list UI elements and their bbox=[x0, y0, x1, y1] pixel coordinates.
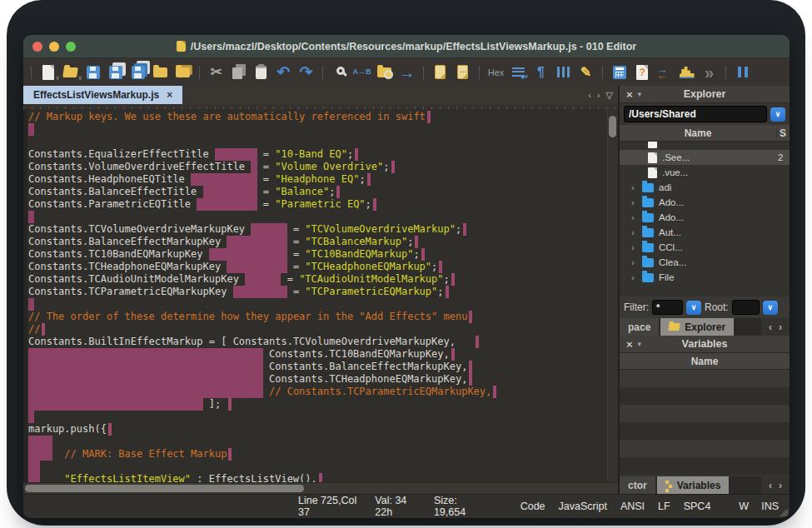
file-row[interactable] bbox=[620, 142, 790, 150]
variables-column-name[interactable]: Name bbox=[620, 356, 790, 367]
file-row-ado[interactable]: ›Ado... bbox=[620, 210, 790, 225]
file-row-ccl[interactable]: ›CCl... bbox=[620, 240, 790, 255]
horizontal-scrollbar-thumb[interactable] bbox=[25, 485, 304, 492]
column-size[interactable]: S bbox=[776, 127, 790, 139]
tab-close-icon[interactable]: × bbox=[167, 89, 172, 101]
replace-icon[interactable]: A→B bbox=[353, 62, 371, 82]
resize-grip-icon[interactable] bbox=[780, 508, 788, 516]
vertical-scrollbar[interactable] bbox=[607, 109, 618, 482]
columns-icon[interactable] bbox=[555, 62, 572, 82]
word-wrap-icon[interactable] bbox=[510, 62, 527, 82]
status-syntax[interactable]: JavaScript bbox=[559, 501, 607, 512]
find-icon[interactable] bbox=[331, 62, 348, 82]
toolbar-separator bbox=[725, 66, 726, 79]
expand-chevron-icon[interactable]: › bbox=[631, 197, 642, 207]
edit-template-icon[interactable] bbox=[431, 62, 449, 82]
goto-icon[interactable]: → bbox=[398, 62, 416, 82]
body-row: EffectsListViewsMarkup.js × ‹ › ▽ // Mar… bbox=[23, 86, 790, 494]
open-folder-icon[interactable] bbox=[152, 62, 169, 82]
file-row-ado[interactable]: ›Ado... bbox=[620, 195, 790, 210]
code-editor[interactable]: // Markup keys. We use these are automat… bbox=[23, 109, 618, 482]
save-as-icon[interactable] bbox=[107, 62, 124, 82]
code-line: Constants.BalanceEffectMarkupKey, bbox=[28, 361, 606, 373]
tab-workspace[interactable]: pace bbox=[620, 318, 659, 336]
variables-empty-row bbox=[620, 370, 790, 387]
filter-dropdown-button[interactable]: ∨ bbox=[686, 301, 701, 315]
expand-chevron-icon[interactable]: › bbox=[631, 212, 642, 222]
pager-prev-icon[interactable]: ‹ bbox=[769, 480, 772, 491]
close-window-button[interactable] bbox=[32, 42, 42, 52]
cut-icon[interactable]: ✂ bbox=[207, 62, 225, 82]
file-row-file[interactable]: ›File bbox=[620, 270, 790, 285]
horizontal-scrollbar[interactable] bbox=[23, 482, 618, 494]
file-row-adi[interactable]: ›adi bbox=[620, 180, 790, 195]
more-tools-icon[interactable]: » bbox=[700, 62, 718, 82]
save-icon[interactable] bbox=[84, 62, 102, 82]
tab-explorer[interactable]: Explorer bbox=[660, 318, 734, 336]
run-script-icon[interactable] bbox=[454, 62, 471, 82]
tab-next-icon[interactable]: › bbox=[597, 90, 600, 100]
column-name[interactable]: Name bbox=[620, 127, 776, 139]
file-row-vue[interactable]: .vue... bbox=[620, 165, 790, 180]
root-dropdown-button[interactable]: ∨ bbox=[763, 301, 778, 315]
variables-empty-row bbox=[620, 422, 790, 440]
open-folders-icon[interactable] bbox=[174, 62, 192, 82]
tab-effectslistviewsmarkup[interactable]: EffectsListViewsMarkup.js × bbox=[23, 86, 182, 104]
tab-inspector[interactable]: ctor bbox=[620, 476, 655, 494]
tab-prev-icon[interactable]: ‹ bbox=[588, 90, 591, 100]
histogram-icon[interactable] bbox=[678, 62, 695, 82]
new-file-icon[interactable]: ∨ bbox=[39, 62, 57, 82]
code-line bbox=[28, 298, 606, 311]
code-line bbox=[28, 136, 606, 148]
tab-variables[interactable]: Variables bbox=[657, 476, 730, 494]
undo-icon[interactable]: ↶ bbox=[275, 62, 292, 82]
calculator-icon[interactable] bbox=[610, 62, 628, 82]
title-bar[interactable]: /Users/maczl/Desktop/Contents/Resources/… bbox=[23, 35, 790, 58]
expand-chevron-icon[interactable]: › bbox=[631, 182, 642, 192]
pause-icon[interactable] bbox=[734, 62, 751, 82]
hex-mode-icon[interactable]: Hex bbox=[487, 62, 505, 82]
file-row-aut[interactable]: ›Aut... bbox=[620, 225, 790, 240]
status-spacing[interactable]: SPC4 bbox=[684, 501, 711, 512]
redo-icon[interactable]: ↷ bbox=[297, 62, 315, 82]
file-row-clea[interactable]: ›Clea... bbox=[620, 255, 790, 270]
folder-icon bbox=[642, 228, 654, 237]
copy-icon[interactable] bbox=[230, 62, 247, 82]
status-charset[interactable]: ANSI bbox=[620, 501, 645, 512]
zoom-window-button[interactable] bbox=[66, 42, 76, 52]
pager-next-icon[interactable]: › bbox=[779, 480, 782, 491]
toolbar-separator bbox=[31, 66, 32, 79]
vertical-scrollbar-thumb[interactable] bbox=[609, 116, 616, 137]
variables-empty-row bbox=[620, 405, 790, 422]
document-tab-bar: EffectsListViewsMarkup.js × ‹ › ▽ bbox=[23, 86, 618, 104]
status-write[interactable]: W bbox=[739, 501, 749, 512]
file-icon bbox=[648, 167, 657, 178]
pager-next-icon[interactable]: › bbox=[779, 321, 782, 333]
status-linefeed[interactable]: LF bbox=[658, 501, 670, 512]
tab-list-icon[interactable]: ▽ bbox=[606, 90, 613, 101]
path-combobox[interactable]: /Users/Shared bbox=[624, 106, 767, 122]
minimize-window-button[interactable] bbox=[49, 42, 59, 52]
file-row-see[interactable]: .See...2 bbox=[620, 150, 790, 165]
pager-prev-icon[interactable]: ‹ bbox=[769, 321, 772, 333]
path-dropdown-button[interactable]: ∨ bbox=[770, 107, 785, 122]
save-all-icon[interactable] bbox=[129, 62, 147, 82]
code-line: markup.push({ bbox=[28, 423, 606, 436]
expand-chevron-icon[interactable]: › bbox=[631, 227, 642, 237]
status-insert[interactable]: INS bbox=[761, 501, 779, 512]
compare-icon[interactable] bbox=[655, 62, 673, 82]
status-mode[interactable]: Code bbox=[521, 501, 545, 512]
root-input[interactable] bbox=[732, 300, 760, 315]
code-line: Constants.TCHeadphoneEQMarkupKey, bbox=[28, 373, 606, 386]
file-info-icon[interactable] bbox=[633, 62, 650, 82]
find-in-files-icon[interactable] bbox=[376, 62, 393, 82]
expand-chevron-icon[interactable]: › bbox=[631, 272, 642, 282]
folder-icon bbox=[642, 273, 654, 282]
expand-chevron-icon[interactable]: › bbox=[631, 257, 642, 267]
show-whitespace-icon[interactable]: ¶ bbox=[532, 62, 550, 82]
highlight-icon[interactable]: ✎ bbox=[577, 62, 595, 82]
filter-input[interactable]: * bbox=[652, 300, 683, 315]
paste-icon[interactable] bbox=[252, 62, 270, 82]
expand-chevron-icon[interactable]: › bbox=[631, 242, 642, 252]
open-file-icon[interactable]: ∨ bbox=[62, 62, 79, 82]
